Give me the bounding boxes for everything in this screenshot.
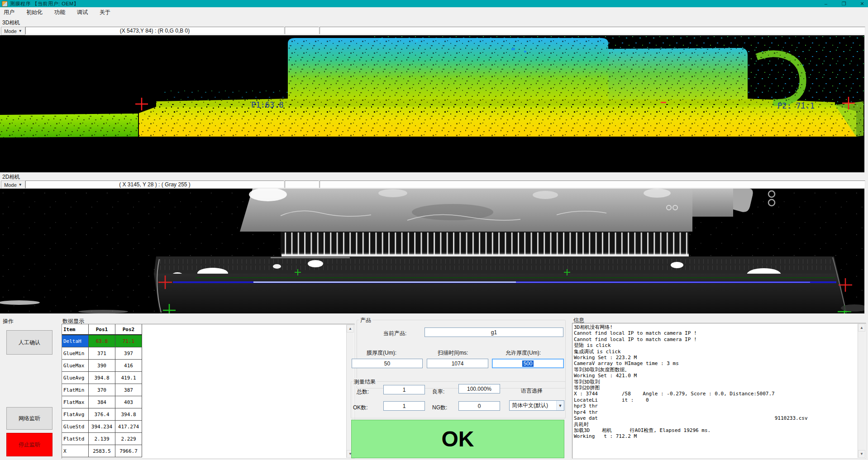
table-row[interactable]: GlueMin371397	[62, 347, 142, 360]
menu-item-0[interactable]: 用户	[4, 9, 14, 16]
chevron-down-icon: ▼	[556, 401, 564, 410]
mode-3d-button[interactable]: Mode ▼	[1, 27, 25, 35]
row-value-cell: 63.8	[89, 335, 115, 347]
scroll-up-icon[interactable]: ▲	[858, 324, 865, 332]
log-line: Working Set : 223.2 M	[572, 355, 866, 360]
menu-item-4[interactable]: 关于	[100, 9, 110, 16]
camera3d-aux-box	[285, 27, 319, 34]
minimize-button[interactable]: –	[823, 1, 829, 6]
camera3d-pixel-readout: (X 5473,Y 84) : (R 0,G 0,B 0)	[25, 27, 284, 34]
app-icon	[2, 1, 8, 7]
row-item-cell: FlatMin	[62, 384, 89, 396]
menu-item-2[interactable]: 功能	[54, 9, 65, 16]
table-row[interactable]: DeltaH63.871.1	[62, 335, 142, 347]
yield-label: 良率:	[432, 388, 444, 396]
row-item-cell: FlatStd	[62, 433, 89, 445]
title-bar: 测膜程序 【当前用户: OEM】 – ❐ ✕	[0, 0, 868, 7]
status-result-panel: OK	[351, 420, 564, 458]
row-value-cell: 390	[89, 360, 115, 372]
results-group-label: 测量结果	[353, 378, 377, 386]
operation-group-label: 操作	[3, 318, 14, 325]
ok-count-field[interactable]: 1	[383, 401, 425, 411]
measure-line-blue	[173, 281, 836, 283]
app-window: 测膜程序 【当前用户: OEM】 – ❐ ✕ 用户初始化功能调试关于 3D相机 …	[0, 0, 868, 460]
maximize-button[interactable]: ❐	[841, 1, 847, 7]
row-value-cell: 384	[89, 396, 115, 408]
log-line: hpr4 thr	[572, 409, 866, 415]
row-value-cell: 394.234	[89, 421, 115, 433]
camera2d-image-view[interactable]	[0, 189, 864, 313]
row-value-cell: 371	[89, 347, 115, 360]
menu-item-3[interactable]: 调试	[77, 9, 88, 16]
camera3d-status-box	[320, 27, 865, 34]
connector-pins	[281, 232, 689, 257]
log-scrollbar[interactable]: ▲ ▼	[858, 324, 865, 458]
current-product-label: 当前产品:	[383, 330, 406, 337]
current-product-input[interactable]: g1	[424, 327, 563, 337]
camera2d-status-box	[320, 180, 865, 188]
row-value-cell: 2583.5	[89, 445, 115, 457]
table-row[interactable]: FlatMax384403	[62, 396, 142, 408]
log-line: Save dat 9110233.csv	[572, 415, 866, 421]
row-item-cell: X	[62, 445, 89, 457]
bottom-panel: 操作 人工确认 网络监听 停止监听 数据显示 ItemPos1Pos2 Delt…	[0, 313, 868, 460]
row-item-cell: DeltaH	[62, 335, 89, 347]
scroll-up-icon[interactable]: ▲	[347, 325, 354, 332]
table-row[interactable]: GlueStd394.234417.274	[62, 421, 142, 433]
log-line: Working t : 712.2 M	[572, 433, 866, 439]
language-dropdown[interactable]: 简体中文(默认) ▼	[509, 400, 564, 411]
row-item-cell: GlueMax	[62, 360, 89, 372]
camera3d-toolbar: Mode ▼ (X 5473,Y 84) : (R 0,G 0,B 0)	[0, 26, 868, 35]
total-label: 总数:	[357, 388, 369, 396]
annotation-p2: P2: 71.1	[777, 101, 815, 110]
table-row[interactable]: GlueMax390416	[62, 360, 142, 372]
camera3d-image-view[interactable]: P1:63.8 P2: 71.1	[0, 35, 864, 172]
log-line: X : 3744 /58 Angle : -0.279, Score : 0.0…	[572, 391, 866, 397]
manual-confirm-button[interactable]: 人工确认	[6, 330, 52, 355]
close-button[interactable]: ✕	[859, 1, 865, 7]
row-item-cell: FlatAvg	[62, 408, 89, 421]
table-row[interactable]: X2583.57966.7	[62, 445, 142, 457]
row-value-cell: 2.139	[89, 433, 115, 445]
network-listen-button[interactable]: 网络监听	[6, 407, 52, 430]
scan-time-input[interactable]: 1074	[427, 359, 488, 368]
heightmap-3d: P1:63.8 P2: 71.1	[0, 35, 864, 172]
column-header-item: Item	[62, 324, 89, 335]
log-line: Cannot find local IP to match camera IP …	[572, 330, 866, 336]
language-select-label: 语言选择	[521, 387, 543, 395]
mode-2d-button[interactable]: Mode ▼	[1, 180, 25, 189]
table-row[interactable]: FlatAvg376.4394.8	[62, 408, 142, 421]
scroll-down-icon[interactable]: ▼	[858, 450, 865, 458]
info-log-panel[interactable]: 3D相机没有网络!Cannot find local IP to match c…	[572, 323, 866, 459]
row-value-cell: 417.274	[115, 421, 142, 433]
data-display-panel: ItemPos1Pos2 DeltaH63.871.1GlueMin371397…	[62, 324, 355, 459]
film-thickness-label: 膜厚度(Um):	[367, 349, 396, 357]
stop-listen-button[interactable]: 停止监听	[6, 433, 52, 456]
camera2d-aux-box	[285, 180, 319, 188]
table-row[interactable]: GlueAvg394.8419.1	[62, 372, 142, 384]
ng-count-field[interactable]: 0	[458, 401, 500, 411]
ok-count-label: OK数:	[353, 404, 368, 412]
column-header-pos1: Pos1	[89, 324, 115, 335]
table-row[interactable]: FlatStd2.1392.229	[62, 433, 142, 445]
yield-field[interactable]: 100.000%	[458, 384, 500, 394]
chevron-down-icon: ▼	[19, 29, 22, 33]
allow-thickness-label: 允许厚度(Um):	[506, 349, 541, 357]
row-value-cell: 394.8	[89, 372, 115, 384]
log-line: 共耗时	[572, 422, 866, 427]
row-value-cell: 403	[115, 396, 142, 408]
row-value-cell: 397	[115, 347, 142, 360]
row-value-cell: 376.4	[89, 408, 115, 421]
menu-item-1[interactable]: 初始化	[26, 9, 43, 16]
total-count-field[interactable]: 1	[383, 385, 425, 394]
row-value-cell: 71.1	[115, 335, 142, 347]
log-line: 等到3D取到灰度图数据。	[572, 367, 866, 373]
camera2d-toolbar: Mode ▼ ( X 3145, Y 28 ) : ( Gray 255 )	[0, 180, 868, 189]
row-value-cell: 419.1	[115, 372, 142, 384]
row-item-cell: GlueAvg	[62, 372, 89, 384]
log-line: 集成调试 is click	[572, 349, 866, 355]
product-group-label: 产品	[359, 317, 372, 324]
allow-thickness-input[interactable]: 500	[492, 359, 564, 368]
film-thickness-input[interactable]: 50	[352, 359, 423, 368]
table-row[interactable]: FlatMin370387	[62, 384, 142, 396]
